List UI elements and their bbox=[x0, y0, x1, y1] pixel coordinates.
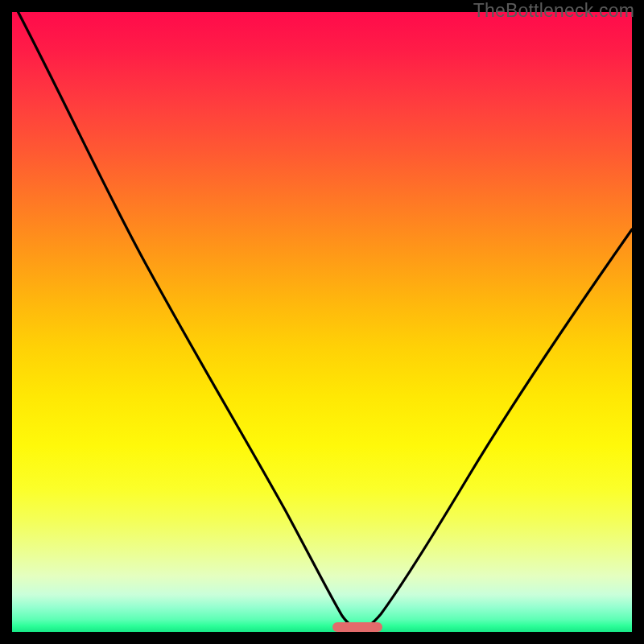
plot-area bbox=[12, 12, 632, 632]
chart-frame: TheBottleneck.com bbox=[0, 0, 644, 644]
optimal-range-marker bbox=[332, 622, 382, 632]
bottleneck-curve bbox=[12, 12, 632, 632]
watermark-text: TheBottleneck.com bbox=[473, 0, 634, 22]
curve-path bbox=[16, 8, 632, 629]
